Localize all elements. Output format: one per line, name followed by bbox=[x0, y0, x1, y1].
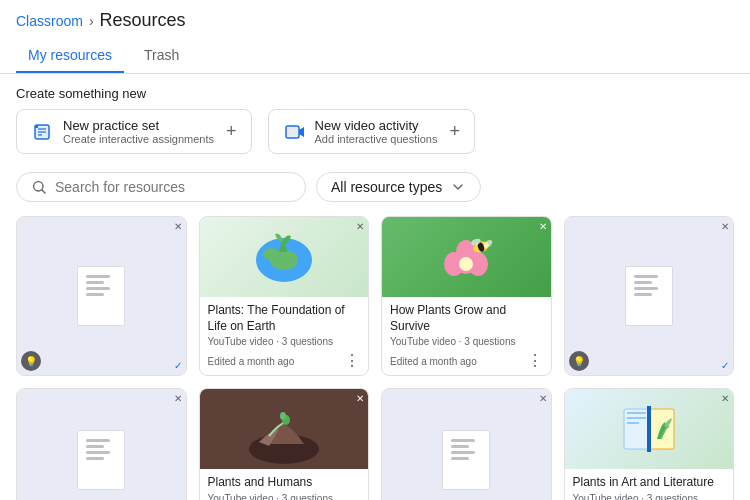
doc-icon bbox=[442, 430, 490, 490]
card-thumbnail: ✕ bbox=[382, 217, 551, 297]
card-body: A Deep Dive into the Secret Life of Plan… bbox=[17, 375, 186, 376]
filter-label: All resource types bbox=[331, 179, 442, 195]
card-lightbulb-icon: 💡 bbox=[569, 351, 589, 371]
tab-trash[interactable]: Trash bbox=[132, 39, 191, 73]
card-check-icon: ✓ bbox=[721, 360, 729, 371]
search-filter-row: All resource types bbox=[0, 162, 750, 212]
search-box[interactable] bbox=[16, 172, 306, 202]
breadcrumb-separator: › bbox=[89, 13, 94, 29]
video-activity-title: New video activity bbox=[315, 118, 438, 133]
svg-rect-4 bbox=[35, 125, 38, 128]
card-thumbnail-placeholder: 💡 ✕ ✓ bbox=[565, 217, 734, 375]
card-body: Plants in Art and Literature YouTube vid… bbox=[565, 469, 734, 500]
practice-set-title: New practice set bbox=[63, 118, 214, 133]
card-body: How Plants Grow and Survive YouTube vide… bbox=[382, 297, 551, 353]
svg-rect-23 bbox=[624, 409, 649, 449]
resource-card[interactable]: 💡 ✕ ✓ The Amazing Diversity of Plants Pr… bbox=[564, 216, 735, 376]
doc-lines bbox=[630, 271, 668, 300]
card-more-menu[interactable]: ⋮ bbox=[344, 353, 360, 369]
practice-set-text: New practice set Create interactive assi… bbox=[63, 118, 214, 145]
card-close-icon[interactable]: ✕ bbox=[356, 393, 364, 404]
card-title: Plants and Humans bbox=[208, 475, 361, 491]
new-video-activity-button[interactable]: New video activity Add interactive quest… bbox=[268, 109, 475, 154]
video-activity-sub: Add interactive questions bbox=[315, 133, 438, 145]
card-thumbnail-placeholder: 💡 ✕ ✓ bbox=[17, 389, 186, 500]
tabs-bar: My resources Trash bbox=[0, 39, 750, 74]
resource-card[interactable]: ✕ How Plants Grow and Survive YouTube vi… bbox=[381, 216, 552, 376]
card-body: Plants and Humans YouTube video · 3 ques… bbox=[200, 469, 369, 500]
card-body: Plants: The Foundation of Life on Earth … bbox=[200, 297, 369, 353]
card-close-icon[interactable]: ✕ bbox=[539, 393, 547, 404]
doc-lines bbox=[82, 435, 120, 464]
tab-my-resources[interactable]: My resources bbox=[16, 39, 124, 73]
card-footer: Edited a month ago ⋮ bbox=[200, 353, 369, 375]
video-activity-plus-icon: + bbox=[449, 121, 460, 142]
search-icon bbox=[31, 179, 47, 195]
resource-card[interactable]: ✕ Plants: The Foundation of Life on Eart… bbox=[199, 216, 370, 376]
svg-rect-26 bbox=[627, 422, 639, 424]
card-title: Plants: The Foundation of Life on Earth bbox=[208, 303, 361, 334]
breadcrumb-current: Resources bbox=[100, 10, 186, 31]
card-title: Plants in Art and Literature bbox=[573, 475, 726, 491]
card-thumbnail: ✕ bbox=[200, 389, 369, 469]
hands-soil-svg bbox=[244, 394, 324, 464]
new-practice-set-button[interactable]: New practice set Create interactive assi… bbox=[16, 109, 252, 154]
card-title: How Plants Grow and Survive bbox=[390, 303, 543, 334]
card-thumbnail: ✕ bbox=[565, 389, 734, 469]
card-more-menu[interactable]: ⋮ bbox=[527, 353, 543, 369]
doc-lines bbox=[82, 271, 120, 300]
svg-rect-25 bbox=[627, 417, 646, 419]
create-label: Create something new bbox=[16, 86, 734, 101]
chevron-down-icon bbox=[450, 179, 466, 195]
card-body: The Amazing Diversity of Plants Practice… bbox=[565, 375, 734, 376]
svg-rect-24 bbox=[627, 412, 646, 414]
card-meta: YouTube video · 3 questions bbox=[208, 336, 361, 347]
create-buttons: New practice set Create interactive assi… bbox=[16, 109, 734, 154]
doc-icon bbox=[77, 430, 125, 490]
card-close-icon[interactable]: ✕ bbox=[174, 221, 182, 232]
card-date: Edited a month ago bbox=[208, 356, 295, 367]
card-close-icon[interactable]: ✕ bbox=[721, 393, 729, 404]
card-footer: Edited a month ago ⋮ bbox=[382, 353, 551, 375]
create-section: Create something new New practice set Cr… bbox=[0, 74, 750, 162]
breadcrumb-classroom[interactable]: Classroom bbox=[16, 13, 83, 29]
search-input[interactable] bbox=[55, 179, 291, 195]
card-check-icon: ✓ bbox=[174, 360, 182, 371]
svg-rect-5 bbox=[286, 126, 299, 138]
plants-earth-svg bbox=[249, 222, 319, 292]
card-meta: YouTube video · 3 questions bbox=[573, 493, 726, 500]
breadcrumb: Classroom › Resources bbox=[0, 0, 750, 39]
doc-icon bbox=[625, 266, 673, 326]
card-thumbnail: ✕ bbox=[200, 217, 369, 297]
resource-card[interactable]: 💡 ✕ ✓ The Future of Plants Practice set … bbox=[381, 388, 552, 500]
svg-line-7 bbox=[42, 190, 45, 193]
book-plants-svg bbox=[609, 394, 689, 464]
card-lightbulb-icon: 💡 bbox=[21, 351, 41, 371]
svg-point-15 bbox=[459, 257, 473, 271]
card-thumbnail-placeholder: 💡 ✕ ✓ bbox=[382, 389, 551, 500]
resource-card[interactable]: 💡 ✕ ✓ A Deep Dive into the Secret Life o… bbox=[16, 216, 187, 376]
card-meta: YouTube video · 3 questions bbox=[208, 493, 361, 500]
video-activity-icon bbox=[283, 120, 307, 144]
practice-set-icon bbox=[31, 120, 55, 144]
video-activity-text: New video activity Add interactive quest… bbox=[315, 118, 438, 145]
bee-flower-svg bbox=[426, 222, 506, 292]
practice-set-sub: Create interactive assignments bbox=[63, 133, 214, 145]
svg-point-22 bbox=[280, 412, 286, 420]
card-meta: YouTube video · 3 questions bbox=[390, 336, 543, 347]
practice-set-plus-icon: + bbox=[226, 121, 237, 142]
card-close-icon[interactable]: ✕ bbox=[174, 393, 182, 404]
svg-point-10 bbox=[263, 248, 279, 260]
resource-card[interactable]: ✕ Plants in Art and Literature YouTube v… bbox=[564, 388, 735, 500]
resource-card[interactable]: ✕ Plants and Humans YouTube video · 3 qu… bbox=[199, 388, 370, 500]
card-close-icon[interactable]: ✕ bbox=[539, 221, 547, 232]
resources-grid: 💡 ✕ ✓ A Deep Dive into the Secret Life o… bbox=[0, 212, 750, 500]
card-close-icon[interactable]: ✕ bbox=[356, 221, 364, 232]
card-close-icon[interactable]: ✕ bbox=[721, 221, 729, 232]
doc-lines bbox=[447, 435, 485, 464]
svg-rect-28 bbox=[647, 406, 651, 452]
resource-type-filter[interactable]: All resource types bbox=[316, 172, 481, 202]
card-date: Edited a month ago bbox=[390, 356, 477, 367]
card-thumbnail-placeholder: 💡 ✕ ✓ bbox=[17, 217, 186, 375]
resource-card[interactable]: 💡 ✕ ✓ Plants and Their Environment Pract… bbox=[16, 388, 187, 500]
